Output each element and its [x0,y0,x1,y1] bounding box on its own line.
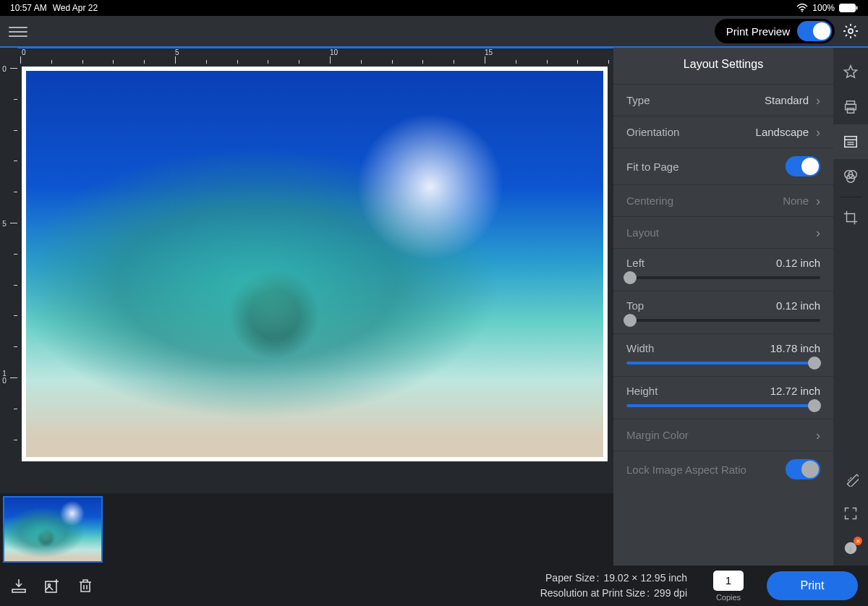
slider-width-track[interactable] [626,362,820,364]
slider-thumb[interactable] [624,314,637,327]
svg-rect-19 [12,589,25,592]
chevron-right-icon: › [816,195,820,208]
image-preview[interactable] [22,67,608,461]
svg-rect-7 [845,137,857,148]
svg-rect-2 [856,7,858,10]
status-bar: 10:57 AM Wed Apr 22 100% [0,0,868,16]
slider-width: Width18.78 inch [613,333,833,376]
rail-fullscreen-icon[interactable] [833,496,868,531]
slider-thumb[interactable] [808,399,821,412]
rail-print-icon[interactable] [833,90,868,124]
print-button[interactable]: Print [767,571,858,600]
print-preview-label: Print Preview [726,25,790,38]
battery-percent: 100% [812,3,835,13]
ruler-horizontal: 0 5 10 15 [17,48,613,64]
canvas-area: 0 5 10 15 0 5 10 [0,48,613,566]
chevron-right-icon: › [816,429,820,442]
import-icon[interactable] [10,577,27,594]
svg-line-15 [848,479,849,481]
battery-icon [839,4,858,12]
svg-point-0 [801,11,803,12]
svg-rect-14 [847,474,859,487]
svg-point-3 [848,29,853,33]
thumbnail-strip [0,493,613,566]
rail-crop-icon[interactable] [833,200,868,235]
status-time: 10:57 AM [10,3,47,13]
wifi-icon [796,4,808,12]
slider-top: Top0.12 inch [613,291,833,333]
thumbnail-item[interactable] [3,496,103,563]
menu-icon[interactable] [9,24,27,38]
rail-info-icon[interactable]: i [833,531,868,566]
preview-image [26,71,603,457]
panel-title: Layout Settings [613,48,833,84]
slider-left-track[interactable] [626,276,820,279]
print-info: Paper Size 19.02 × 12.95 inch Resolution… [540,571,687,601]
top-bar: Print Preview [0,16,868,48]
slider-thumb[interactable] [624,271,637,284]
rail-ruler-icon[interactable] [833,461,868,496]
svg-rect-20 [46,581,56,592]
print-preview-toggle[interactable] [797,21,832,41]
chevron-right-icon: › [816,94,820,107]
slider-left: Left0.12 inch [613,248,833,291]
fit-to-page-toggle[interactable] [786,156,820,176]
setting-orientation[interactable]: Orientation Landscape › [613,116,833,148]
slider-height-track[interactable] [626,404,820,407]
rail-color-icon[interactable] [833,159,868,194]
status-date: Wed Apr 22 [53,3,98,13]
svg-rect-6 [847,108,854,113]
layout-settings-panel: Layout Settings Type Standard › Orientat… [613,48,833,566]
setting-centering[interactable]: Centering None › [613,184,833,216]
icon-rail: i [833,48,868,566]
chevron-right-icon: › [816,226,820,239]
gear-icon[interactable] [842,22,859,40]
copies-label: Copies [716,593,741,602]
slider-thumb[interactable] [808,357,821,370]
chevron-right-icon: › [816,126,820,139]
rail-favorites-icon[interactable] [833,55,868,90]
lock-aspect-toggle[interactable] [786,459,820,479]
setting-type[interactable]: Type Standard › [613,84,833,116]
info-badge-icon [854,537,862,545]
ruler-vertical: 0 5 10 [0,64,17,493]
trash-icon[interactable] [77,577,94,594]
rail-layout-icon[interactable] [833,124,868,159]
slider-height: Height12.72 inch [613,376,833,419]
svg-line-16 [850,477,851,479]
svg-rect-1 [840,4,856,12]
bottom-bar: Paper Size 19.02 × 12.95 inch Resolution… [0,566,868,606]
slider-top-track[interactable] [626,319,820,322]
add-image-icon[interactable] [43,577,61,594]
setting-margin-color[interactable]: Margin Color › [613,419,833,451]
print-preview-pill: Print Preview [715,19,835,43]
setting-lock-aspect: Lock Image Aspect Ratio [613,451,833,487]
setting-fit-to-page: Fit to Page [613,148,833,184]
copies-input[interactable]: 1 [713,571,744,591]
setting-layout[interactable]: Layout › [613,216,833,248]
